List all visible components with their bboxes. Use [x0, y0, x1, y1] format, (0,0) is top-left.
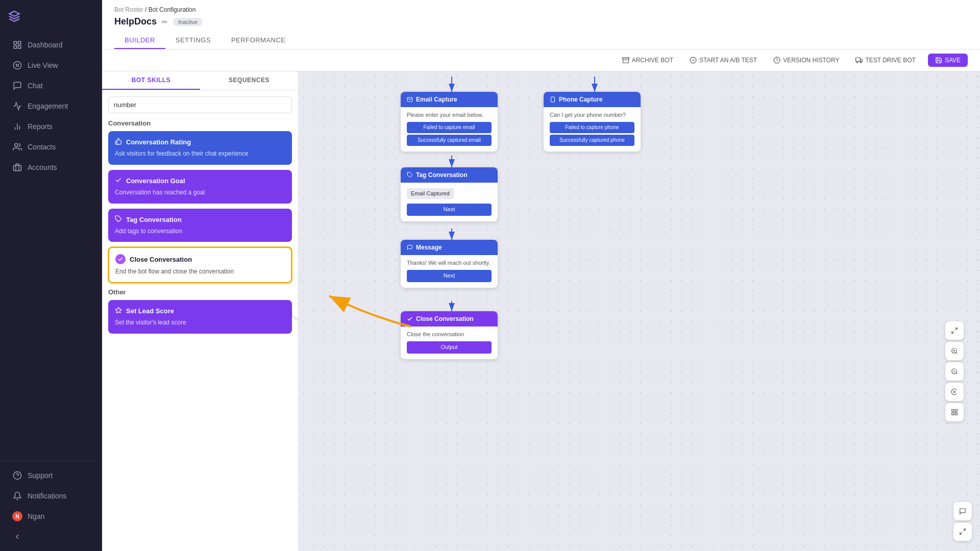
section-conversation-label: Conversation: [108, 119, 292, 127]
node-header-phone: Phone Capture: [544, 92, 641, 107]
tag-conversation-icon: [115, 215, 122, 224]
sidebar-label-support: Support: [28, 471, 53, 480]
expand-icon-bottom: [959, 528, 966, 535]
btn-success-phone[interactable]: Successfully captured phone: [550, 135, 634, 146]
save-button[interactable]: SAVE: [928, 54, 968, 67]
node-phone-body: Can I get your phone number? Failed to c…: [544, 107, 641, 152]
header-tabs: BUILDER SETTINGS PERFORMANCE: [114, 32, 968, 49]
breadcrumb-parent[interactable]: Bot Roster: [114, 6, 143, 13]
svg-rect-2: [18, 46, 21, 48]
sidebar-collapse-btn[interactable]: [4, 527, 97, 547]
skill-card-conversation-rating[interactable]: Conversation Rating Ask visitors for fee…: [108, 131, 292, 165]
user-avatar: N: [12, 511, 22, 521]
node-message-text: Thanks! We will reach out shortly.: [407, 259, 492, 267]
builder-layout: BOT SKILLS SEQUENCES Conversation: [102, 71, 980, 551]
zoom-in-btn[interactable]: [945, 342, 964, 360]
set-lead-score-title: Set Lead Score: [126, 307, 174, 315]
node-phone-text: Can I get your phone number?: [550, 111, 634, 119]
tab-bot-skills[interactable]: BOT SKILLS: [102, 71, 200, 90]
btn-close-output[interactable]: Output: [407, 341, 492, 353]
sidebar-item-contacts[interactable]: Contacts: [4, 137, 97, 157]
skills-tabs: BOT SKILLS SEQUENCES: [102, 71, 298, 90]
svg-rect-42: [952, 410, 954, 412]
sidebar: Dashboard Live View Chat Engagement Repo: [0, 0, 102, 551]
history-icon: [773, 57, 780, 64]
toolbar: ARCHIVE BOT START AN A/B TEST VERSION HI…: [102, 49, 980, 71]
email-icon: [407, 96, 413, 103]
node-message[interactable]: Message Thanks! We will reach out shortl…: [401, 240, 498, 288]
archive-bot-label: ARCHIVE BOT: [632, 57, 673, 64]
btn-failed-phone[interactable]: Failed to capture phone: [550, 122, 634, 133]
edit-title-icon[interactable]: ✏: [162, 18, 168, 26]
sidebar-item-engagement[interactable]: Engagement: [4, 96, 97, 116]
close-conversation-desc: End the bot flow and close the conversat…: [115, 267, 285, 276]
accounts-icon: [12, 162, 22, 172]
settings-btn[interactable]: [945, 383, 964, 401]
chat-icon: [12, 81, 22, 91]
svg-point-41: [953, 391, 955, 393]
svg-rect-44: [955, 413, 957, 415]
svg-line-32: [955, 328, 957, 330]
sidebar-item-notifications[interactable]: Notifications: [4, 486, 97, 506]
archive-bot-button[interactable]: ARCHIVE BOT: [618, 55, 677, 66]
node-email-capture[interactable]: Email Capture Please enter your email be…: [401, 92, 498, 152]
expand-icon[interactable]: [945, 321, 964, 340]
status-badge: Inactive: [173, 18, 203, 26]
sidebar-label-engagement: Engagement: [28, 102, 68, 110]
sidebar-label-user: Ngan: [28, 512, 44, 520]
node-close-conversation[interactable]: Close Conversation Close the conversatio…: [401, 311, 498, 359]
skill-card-header-tag: Tag Conversation: [115, 215, 285, 224]
canvas-area[interactable]: Email Capture Please enter your email be…: [299, 71, 980, 551]
svg-line-46: [963, 529, 965, 531]
abtest-icon: [690, 57, 697, 64]
testdrive-icon: [855, 57, 863, 64]
btn-tag-next[interactable]: Next: [407, 204, 492, 215]
node-phone-capture[interactable]: Phone Capture Can I get your phone numbe…: [544, 92, 641, 152]
svg-point-9: [15, 143, 18, 146]
btn-success-email[interactable]: Successfully captured email: [407, 135, 492, 146]
abtest-label: START AN A/B TEST: [699, 57, 757, 64]
tab-sequences[interactable]: SEQUENCES: [200, 71, 298, 90]
zoom-out-btn[interactable]: [945, 362, 964, 381]
sidebar-item-user[interactable]: N Ngan: [4, 506, 97, 527]
tab-settings[interactable]: SETTINGS: [165, 32, 221, 49]
svg-point-4: [14, 62, 21, 69]
node-email-title: Email Capture: [416, 96, 457, 103]
tab-builder[interactable]: BUILDER: [114, 32, 165, 49]
skill-card-close-conversation[interactable]: Close Conversation End the bot flow and …: [108, 247, 292, 283]
version-history-button[interactable]: VERSION HISTORY: [769, 55, 843, 66]
abtest-button[interactable]: START AN A/B TEST: [685, 55, 761, 66]
svg-line-47: [960, 532, 962, 534]
svg-point-18: [856, 61, 858, 63]
test-drive-button[interactable]: TEST DRIVE BOT: [851, 55, 919, 66]
svg-marker-21: [115, 307, 121, 313]
content-header: Bot Roster / Bot Configuration HelpDocs …: [102, 0, 980, 49]
conversation-goal-desc: Conversation has reached a goal: [115, 188, 285, 197]
sidebar-item-reports[interactable]: Reports: [4, 116, 97, 137]
conversation-rating-title: Conversation Rating: [126, 138, 191, 146]
sidebar-item-dashboard[interactable]: Dashboard: [4, 35, 97, 55]
sidebar-label-accounts: Accounts: [28, 163, 57, 171]
skill-card-tag-conversation[interactable]: Tag Conversation Add tags to conversatio…: [108, 209, 292, 242]
bottom-expand-btn[interactable]: [953, 522, 972, 541]
svg-rect-0: [14, 41, 16, 44]
btn-message-next[interactable]: Next: [407, 270, 492, 282]
sidebar-item-liveview[interactable]: Live View: [4, 55, 97, 76]
sidebar-item-chat[interactable]: Chat: [4, 76, 97, 96]
skill-card-set-lead-score[interactable]: Set Lead Score Set the visitor's lead sc…: [108, 300, 292, 334]
btn-failed-email[interactable]: Failed to capture email: [407, 122, 492, 133]
sidebar-item-support[interactable]: Support: [4, 465, 97, 486]
tab-performance[interactable]: PERFORMANCE: [221, 32, 296, 49]
section-other-label: Other: [108, 288, 292, 296]
skill-card-header-close: Close Conversation: [115, 254, 285, 264]
skill-search-input[interactable]: [108, 96, 292, 113]
grid-btn[interactable]: [945, 403, 964, 421]
node-email-body: Please enter your email below. Failed to…: [401, 107, 498, 152]
node-tag-conversation[interactable]: Tag Conversation Email Captured Next: [401, 167, 498, 221]
set-lead-score-icon: [115, 307, 122, 315]
skill-card-conversation-goal[interactable]: Conversation Goal Conversation has reach…: [108, 170, 292, 204]
conversation-goal-title: Conversation Goal: [126, 177, 185, 185]
sidebar-item-accounts[interactable]: Accounts: [4, 157, 97, 178]
chat-preview-btn[interactable]: [953, 502, 972, 520]
node-close-body: Close the conversation Output: [401, 327, 498, 359]
